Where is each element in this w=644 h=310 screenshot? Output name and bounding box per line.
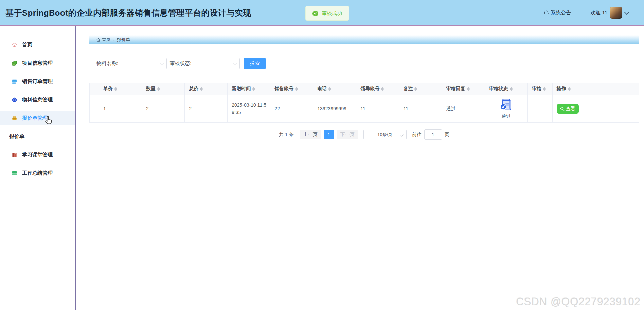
bell-icon <box>544 10 549 16</box>
page-size-value: 10条/页 <box>377 132 392 138</box>
sidebar-section-quote: 报价单 <box>0 129 75 144</box>
col-phone[interactable]: 电话 <box>313 83 356 95</box>
prev-page-button[interactable]: 上一页 <box>300 130 321 139</box>
cell-unit-price: 1 <box>99 95 142 123</box>
goto-label: 前往 <box>412 132 422 138</box>
review-status-select[interactable] <box>195 58 240 69</box>
sort-icon[interactable] <box>510 87 513 91</box>
col-quantity[interactable]: 数量 <box>142 83 185 95</box>
review-status-label: 审核状态: <box>169 60 191 67</box>
col-create-time[interactable]: 新增时间 <box>228 83 270 95</box>
breadcrumb: 首页 - 报价单 <box>89 35 639 44</box>
materials-icon <box>11 97 17 103</box>
sidebar-item-label: 首页 <box>22 42 32 48</box>
cell-total-price: 2 <box>185 95 228 123</box>
chevron-down-icon <box>233 62 237 65</box>
orders-icon <box>11 78 17 84</box>
sort-icon[interactable] <box>381 87 384 91</box>
sort-icon[interactable] <box>252 87 255 91</box>
main-content: 首页 - 报价单 物料名称: 审核状态: 搜索 单价 数量 总价 新增时间 销售… <box>77 26 644 310</box>
toast-message: 审核成功 <box>322 10 342 17</box>
cell-index <box>90 95 99 123</box>
sort-icon[interactable] <box>328 87 331 91</box>
header-right-cluster: 系统公告 欢迎 11 <box>544 7 644 19</box>
sidebar-item-sales-orders[interactable]: 销售订单管理 <box>0 74 75 89</box>
sidebar-item-summary[interactable]: 工作总结管理 <box>0 166 75 180</box>
search-form: 物料名称: 审核状态: 搜索 <box>96 58 644 69</box>
sidebar-item-label: 物料信息管理 <box>22 97 53 103</box>
table-row: 1 2 2 2025-03-10 11:59:35 22 13923999999… <box>90 95 639 123</box>
sidebar-item-projects[interactable]: 项目信息管理 <box>0 56 75 71</box>
sort-icon[interactable] <box>157 87 160 91</box>
system-notice-label: 系统公告 <box>551 9 571 16</box>
avatar[interactable] <box>610 7 622 19</box>
cell-leader-account: 11 <box>356 95 399 123</box>
sidebar-item-label: 学习课堂管理 <box>22 152 53 158</box>
goto-page-input[interactable] <box>424 129 442 140</box>
table-header-row: 单价 数量 总价 新增时间 销售账号 电话 领导账号 备注 审核回复 审核状态 … <box>90 83 639 95</box>
success-toast: 审核成功 <box>305 6 349 21</box>
view-button[interactable]: 查看 <box>557 104 579 114</box>
col-unit-price[interactable]: 单价 <box>99 83 142 95</box>
welcome-label: 欢迎 11 <box>590 9 607 16</box>
sort-icon[interactable] <box>568 87 571 91</box>
col-remark[interactable]: 备注 <box>399 83 442 95</box>
sidebar: 首页 项目信息管理 销售订单管理 物料信息管理 报价单管理 报价单 学习课堂管理 <box>0 26 76 310</box>
material-name-label: 物料名称: <box>96 60 118 67</box>
chevron-down-icon <box>160 62 164 65</box>
pagination-total: 共 1 条 <box>279 132 294 138</box>
page-size-select[interactable]: 10条/页 <box>363 130 407 139</box>
success-check-icon <box>312 11 318 16</box>
breadcrumb-home[interactable]: 首页 <box>102 37 111 43</box>
material-name-select[interactable] <box>122 58 167 69</box>
sidebar-item-materials[interactable]: 物料信息管理 <box>0 92 75 107</box>
cell-create-time: 2025-03-10 11:59:35 <box>228 95 270 123</box>
breadcrumb-separator: - <box>113 37 114 42</box>
next-page-button[interactable]: 下一页 <box>337 130 358 139</box>
review-status-text: 通过 <box>501 113 511 120</box>
breadcrumb-current: 报价单 <box>117 37 130 43</box>
cell-review-reply: 通过 <box>442 95 485 123</box>
sidebar-item-home[interactable]: 首页 <box>0 37 75 52</box>
col-review-reply[interactable]: 审核回复 <box>442 83 485 95</box>
col-index <box>90 83 99 95</box>
sidebar-item-learning[interactable]: 学习课堂管理 <box>0 147 75 162</box>
cell-review <box>527 95 552 123</box>
sort-icon[interactable] <box>414 87 417 91</box>
sort-icon[interactable] <box>543 87 546 91</box>
col-sales-account[interactable]: 销售账号 <box>270 83 313 95</box>
page-title: 基于SpringBoot的企业内部服务器销售信息管理平台的设计与实现 <box>5 7 251 18</box>
sort-icon[interactable] <box>114 87 117 91</box>
magnifier-icon <box>560 106 565 111</box>
page-number-1[interactable]: 1 <box>324 130 334 139</box>
cell-sales-account: 22 <box>270 95 313 123</box>
sidebar-item-label: 项目信息管理 <box>22 60 53 66</box>
system-notice-button[interactable]: 系统公告 <box>544 9 571 16</box>
col-leader-account[interactable]: 领导账号 <box>356 83 399 95</box>
goto-unit-label: 页 <box>445 132 449 138</box>
quote-icon <box>11 115 17 121</box>
sort-icon[interactable] <box>467 87 470 91</box>
learning-icon <box>11 152 17 158</box>
col-actions[interactable]: 操作 <box>552 83 639 95</box>
quotes-table: 单价 数量 总价 新增时间 销售账号 电话 领导账号 备注 审核回复 审核状态 … <box>89 83 639 123</box>
csdn-watermark: CSDN @QQ2279239102 <box>516 296 641 308</box>
cell-quantity: 2 <box>142 95 185 123</box>
sidebar-item-label: 报价单管理 <box>22 115 48 121</box>
cell-phone: 13923999999 <box>313 95 356 123</box>
pagination: 共 1 条 上一页 1 下一页 10条/页 前往 页 <box>89 129 639 140</box>
sidebar-item-quotes[interactable]: 报价单管理 <box>0 111 75 125</box>
cell-review-status: 通过 <box>485 95 527 123</box>
summary-icon <box>11 170 17 176</box>
sort-icon[interactable] <box>200 87 203 91</box>
project-icon <box>11 60 17 66</box>
search-button[interactable]: 搜索 <box>244 58 266 69</box>
home-icon <box>11 42 17 48</box>
col-total-price[interactable]: 总价 <box>185 83 228 95</box>
chevron-down-icon <box>400 133 404 136</box>
col-review[interactable]: 审核 <box>527 83 552 95</box>
breadcrumb-home-icon <box>96 38 101 42</box>
user-menu[interactable]: 欢迎 11 <box>590 7 628 19</box>
sort-icon[interactable] <box>295 87 298 91</box>
col-review-status[interactable]: 审核状态 <box>485 83 527 95</box>
